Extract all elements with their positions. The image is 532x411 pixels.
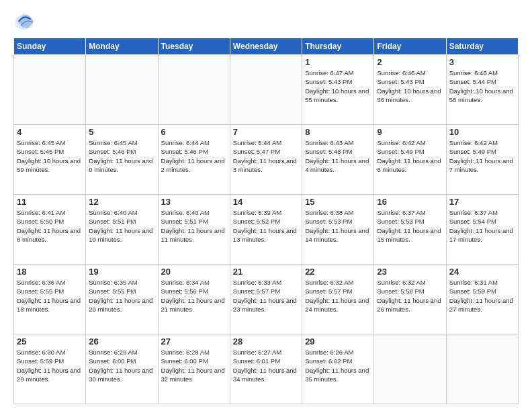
day-info: Sunrise: 6:27 AM Sunset: 6:01 PM Dayligh…	[233, 348, 299, 383]
day-info: Sunrise: 6:30 AM Sunset: 5:59 PM Dayligh…	[17, 348, 83, 383]
day-number: 5	[89, 127, 154, 137]
calendar-cell: 20Sunrise: 6:34 AM Sunset: 5:56 PM Dayli…	[158, 265, 230, 334]
day-info: Sunrise: 6:35 AM Sunset: 5:55 PM Dayligh…	[89, 278, 154, 314]
day-of-week-thursday: Thursday	[302, 38, 374, 55]
calendar-cell: 23Sunrise: 6:32 AM Sunset: 5:58 PM Dayli…	[374, 265, 446, 334]
calendar-week-4: 18Sunrise: 6:36 AM Sunset: 5:55 PM Dayli…	[14, 265, 519, 334]
day-info: Sunrise: 6:31 AM Sunset: 5:59 PM Dayligh…	[449, 278, 515, 314]
logo	[13, 11, 38, 32]
calendar-cell: 17Sunrise: 6:37 AM Sunset: 5:54 PM Dayli…	[446, 195, 518, 265]
day-number: 1	[305, 57, 371, 67]
day-info: Sunrise: 6:41 AM Sunset: 5:50 PM Dayligh…	[17, 208, 83, 244]
day-of-week-monday: Monday	[86, 38, 158, 55]
calendar-cell	[230, 55, 302, 125]
day-number: 12	[89, 197, 154, 207]
calendar-cell	[14, 55, 86, 125]
day-info: Sunrise: 6:29 AM Sunset: 6:00 PM Dayligh…	[89, 348, 154, 383]
day-number: 29	[305, 336, 371, 347]
day-info: Sunrise: 6:42 AM Sunset: 5:49 PM Dayligh…	[449, 138, 515, 174]
day-number: 27	[161, 336, 227, 347]
day-number: 11	[17, 197, 83, 207]
day-info: Sunrise: 6:40 AM Sunset: 5:51 PM Dayligh…	[89, 208, 154, 244]
day-info: Sunrise: 6:45 AM Sunset: 5:46 PM Dayligh…	[89, 138, 154, 174]
day-number: 20	[161, 267, 227, 277]
page-header	[13, 11, 519, 32]
calendar-cell: 9Sunrise: 6:42 AM Sunset: 5:49 PM Daylig…	[374, 125, 446, 195]
calendar-header-row: SundayMondayTuesdayWednesdayThursdayFrid…	[14, 38, 519, 55]
calendar-cell: 4Sunrise: 6:45 AM Sunset: 5:45 PM Daylig…	[14, 125, 86, 195]
day-number: 2	[377, 57, 443, 67]
calendar-cell: 21Sunrise: 6:33 AM Sunset: 5:57 PM Dayli…	[230, 265, 302, 334]
calendar-week-5: 25Sunrise: 6:30 AM Sunset: 5:59 PM Dayli…	[14, 334, 519, 404]
day-of-week-wednesday: Wednesday	[230, 38, 302, 55]
calendar-cell: 22Sunrise: 6:32 AM Sunset: 5:57 PM Dayli…	[302, 265, 374, 334]
day-info: Sunrise: 6:40 AM Sunset: 5:51 PM Dayligh…	[161, 208, 227, 244]
calendar-cell: 24Sunrise: 6:31 AM Sunset: 5:59 PM Dayli…	[446, 265, 518, 334]
calendar-cell: 27Sunrise: 6:28 AM Sunset: 6:00 PM Dayli…	[158, 334, 230, 404]
calendar-cell: 6Sunrise: 6:44 AM Sunset: 5:46 PM Daylig…	[158, 125, 230, 195]
day-number: 25	[17, 336, 83, 347]
calendar-cell: 12Sunrise: 6:40 AM Sunset: 5:51 PM Dayli…	[86, 195, 158, 265]
calendar-cell: 1Sunrise: 6:47 AM Sunset: 5:43 PM Daylig…	[302, 55, 374, 125]
day-info: Sunrise: 6:44 AM Sunset: 5:46 PM Dayligh…	[161, 138, 227, 174]
day-info: Sunrise: 6:45 AM Sunset: 5:45 PM Dayligh…	[17, 138, 83, 174]
day-number: 6	[161, 127, 227, 137]
calendar-cell	[86, 55, 158, 125]
day-info: Sunrise: 6:34 AM Sunset: 5:56 PM Dayligh…	[161, 278, 227, 314]
day-info: Sunrise: 6:37 AM Sunset: 5:54 PM Dayligh…	[449, 208, 515, 244]
day-info: Sunrise: 6:33 AM Sunset: 5:57 PM Dayligh…	[233, 278, 299, 314]
day-number: 22	[305, 267, 371, 277]
day-number: 18	[17, 267, 83, 277]
day-number: 17	[449, 197, 515, 207]
calendar-cell: 14Sunrise: 6:39 AM Sunset: 5:52 PM Dayli…	[230, 195, 302, 265]
calendar-cell: 29Sunrise: 6:26 AM Sunset: 6:02 PM Dayli…	[302, 334, 374, 404]
calendar-cell: 13Sunrise: 6:40 AM Sunset: 5:51 PM Dayli…	[158, 195, 230, 265]
calendar-cell: 7Sunrise: 6:44 AM Sunset: 5:47 PM Daylig…	[230, 125, 302, 195]
day-number: 21	[233, 267, 299, 277]
calendar-cell: 5Sunrise: 6:45 AM Sunset: 5:46 PM Daylig…	[86, 125, 158, 195]
day-number: 8	[305, 127, 371, 137]
calendar-week-1: 1Sunrise: 6:47 AM Sunset: 5:43 PM Daylig…	[14, 55, 519, 125]
calendar-cell: 18Sunrise: 6:36 AM Sunset: 5:55 PM Dayli…	[14, 265, 86, 334]
day-of-week-tuesday: Tuesday	[158, 38, 230, 55]
day-number: 28	[233, 336, 299, 347]
calendar-table: SundayMondayTuesdayWednesdayThursdayFrid…	[13, 38, 519, 404]
day-info: Sunrise: 6:26 AM Sunset: 6:02 PM Dayligh…	[305, 348, 371, 383]
day-of-week-friday: Friday	[374, 38, 446, 55]
day-info: Sunrise: 6:47 AM Sunset: 5:43 PM Dayligh…	[305, 68, 371, 104]
day-number: 4	[17, 127, 83, 137]
day-info: Sunrise: 6:44 AM Sunset: 5:47 PM Dayligh…	[233, 138, 299, 174]
calendar-cell: 3Sunrise: 6:46 AM Sunset: 5:44 PM Daylig…	[446, 55, 518, 125]
day-of-week-sunday: Sunday	[14, 38, 86, 55]
day-info: Sunrise: 6:28 AM Sunset: 6:00 PM Dayligh…	[161, 348, 227, 383]
day-info: Sunrise: 6:38 AM Sunset: 5:53 PM Dayligh…	[305, 208, 371, 244]
calendar-cell	[158, 55, 230, 125]
calendar-cell: 19Sunrise: 6:35 AM Sunset: 5:55 PM Dayli…	[86, 265, 158, 334]
day-info: Sunrise: 6:39 AM Sunset: 5:52 PM Dayligh…	[233, 208, 299, 244]
day-number: 7	[233, 127, 299, 137]
calendar-cell: 16Sunrise: 6:37 AM Sunset: 5:53 PM Dayli…	[374, 195, 446, 265]
day-number: 19	[89, 267, 154, 277]
day-number: 23	[377, 267, 443, 277]
day-info: Sunrise: 6:46 AM Sunset: 5:44 PM Dayligh…	[449, 68, 515, 104]
day-number: 24	[449, 267, 515, 277]
calendar-cell: 8Sunrise: 6:43 AM Sunset: 5:48 PM Daylig…	[302, 125, 374, 195]
logo-icon	[13, 11, 35, 32]
calendar-cell: 15Sunrise: 6:38 AM Sunset: 5:53 PM Dayli…	[302, 195, 374, 265]
day-info: Sunrise: 6:43 AM Sunset: 5:48 PM Dayligh…	[305, 138, 371, 174]
day-number: 15	[305, 197, 371, 207]
calendar-cell	[374, 334, 446, 404]
day-info: Sunrise: 6:37 AM Sunset: 5:53 PM Dayligh…	[377, 208, 443, 244]
calendar-week-3: 11Sunrise: 6:41 AM Sunset: 5:50 PM Dayli…	[14, 195, 519, 265]
calendar-cell: 25Sunrise: 6:30 AM Sunset: 5:59 PM Dayli…	[14, 334, 86, 404]
calendar-cell: 10Sunrise: 6:42 AM Sunset: 5:49 PM Dayli…	[446, 125, 518, 195]
day-number: 26	[89, 336, 154, 347]
day-info: Sunrise: 6:46 AM Sunset: 5:43 PM Dayligh…	[377, 68, 443, 104]
calendar-cell: 11Sunrise: 6:41 AM Sunset: 5:50 PM Dayli…	[14, 195, 86, 265]
calendar-cell: 28Sunrise: 6:27 AM Sunset: 6:01 PM Dayli…	[230, 334, 302, 404]
calendar-cell: 2Sunrise: 6:46 AM Sunset: 5:43 PM Daylig…	[374, 55, 446, 125]
calendar-week-2: 4Sunrise: 6:45 AM Sunset: 5:45 PM Daylig…	[14, 125, 519, 195]
day-number: 3	[449, 57, 515, 67]
day-number: 9	[377, 127, 443, 137]
day-number: 14	[233, 197, 299, 207]
